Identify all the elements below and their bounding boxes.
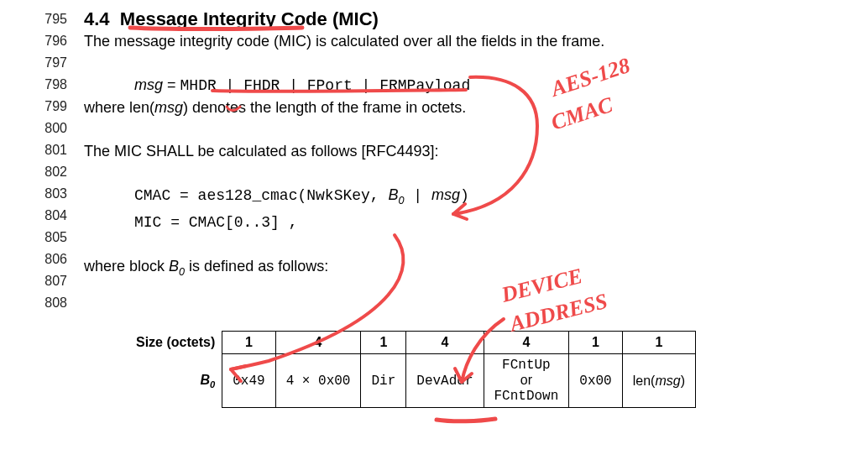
b0-cell-devaddr: DevAddr [406, 354, 484, 408]
size-cell: 1 [222, 332, 275, 354]
cmac-pre: CMAC = aes128_cmac(NwkSKey, [134, 187, 388, 204]
size-cell: 1 [569, 332, 622, 354]
where-block-post: is defined as follows: [185, 258, 328, 274]
size-cell: 1 [622, 332, 695, 354]
where-len-pre: where len( [84, 99, 154, 116]
line-number: 801 [34, 139, 67, 161]
b0-cell: 4 × 0x00 [275, 354, 361, 408]
msg-rhs: MHDR | FHDR | FPort | FRMPayload [180, 77, 471, 94]
b0-cell: 0x49 [222, 354, 275, 408]
b0-cell-lenmsg: len(msg) [622, 354, 695, 408]
line-number: 803 [34, 183, 67, 205]
line-number: 795 [34, 8, 67, 30]
size-cell: 4 [406, 332, 484, 354]
mic-shall-text: The MIC SHALL be calculated as follows [… [84, 140, 834, 162]
line-number: 802 [34, 161, 67, 183]
line-number: 796 [34, 30, 67, 52]
b0-row-label: B0 [126, 354, 222, 408]
blank-line [84, 282, 834, 304]
underline-devaddr [437, 419, 495, 421]
b0-table: Size (octets) 1 4 1 4 4 1 1 B0 0x49 4 × … [126, 331, 696, 408]
where-block-text: where block B0 is defined as follows: [84, 255, 834, 283]
table-row-b0: B0 0x49 4 × 0x00 Dir DevAddr FCntUp or F… [126, 354, 695, 408]
b0-cell: 0x00 [569, 354, 622, 408]
line-number: 797 [34, 52, 67, 74]
msg-formula: msg = MHDR | FHDR | FPort | FRMPayload [84, 74, 834, 97]
cmac-msg: msg [431, 186, 460, 203]
size-cell: 4 [484, 332, 569, 354]
table-row-sizes: Size (octets) 1 4 1 4 4 1 1 [126, 332, 695, 354]
line-number-column: 795 796 797 798 799 800 801 802 803 804 … [34, 8, 67, 314]
where-len-text: where len(msg) denotes the length of the… [84, 97, 834, 118]
line-number: 799 [34, 96, 67, 118]
msg-eq: = [163, 76, 180, 93]
mic-formula: MIC = CMAC[0..3] , [84, 212, 834, 233]
where-len-msg: msg [154, 99, 183, 116]
blank-line [84, 233, 834, 255]
b0-cell: Dir [361, 354, 406, 408]
cmac-end: ) [460, 187, 469, 204]
line-number: 798 [34, 74, 67, 96]
msg-lhs: msg [134, 76, 163, 93]
line-number: 800 [34, 118, 67, 139]
blank-line [84, 162, 834, 184]
line-number: 806 [34, 248, 67, 270]
section-number: 4.4 [84, 8, 110, 29]
cmac-mid: | [404, 187, 431, 204]
line-number: 807 [34, 270, 67, 292]
cmac-B0: B0 [388, 186, 404, 203]
line-number: 808 [34, 292, 67, 314]
document-page: 795 796 797 798 799 800 801 802 803 804 … [0, 0, 868, 416]
where-block-pre: where block [84, 258, 169, 274]
b0-cell-fcnt: FCntUp or FCntDown [484, 354, 569, 408]
where-block-B0: B0 [169, 258, 185, 274]
size-row-label: Size (octets) [126, 332, 222, 354]
cmac-formula: CMAC = aes128_cmac(NwkSKey, B0 | msg) [84, 184, 834, 212]
blank-line [84, 118, 834, 140]
line-number: 804 [34, 205, 67, 227]
where-len-post: ) denotes the length of the frame in oct… [183, 99, 466, 116]
size-cell: 4 [275, 332, 361, 354]
line-number: 805 [34, 227, 67, 248]
size-cell: 1 [361, 332, 406, 354]
section-heading: 4.4 Message Integrity Code (MIC) [84, 8, 834, 30]
intro-text: The message integrity code (MIC) is calc… [84, 30, 834, 52]
blank-line [84, 52, 834, 74]
section-title-text: Message Integrity Code (MIC) [120, 8, 379, 29]
blank-line [84, 304, 834, 326]
